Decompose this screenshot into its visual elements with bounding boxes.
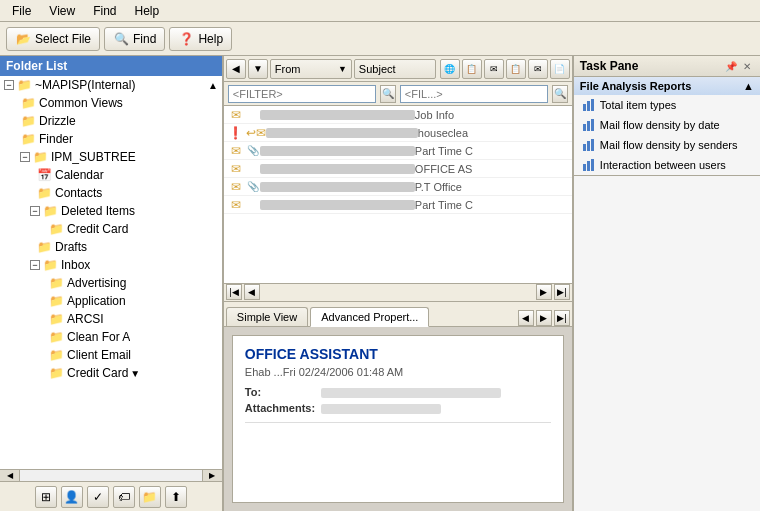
search-subject-button[interactable]: 🔍	[552, 85, 568, 103]
folder-label-advertising: Advertising	[67, 276, 126, 290]
person-button[interactable]: 👤	[61, 486, 83, 508]
grid-view-button[interactable]: ⊞	[35, 486, 57, 508]
tree-toggle-mapisp[interactable]: −	[4, 80, 14, 90]
main-layout: Folder List − 📁 ~MAPISP(Internal) ▲ 📁 Co…	[0, 56, 760, 511]
folder-item-drafts[interactable]: 📁 Drafts	[0, 238, 222, 256]
scroll-right-btn[interactable]: ▶	[202, 470, 222, 482]
email-row[interactable]: ✉ 📎 Part Time C	[224, 142, 572, 160]
menu-view[interactable]: View	[41, 2, 83, 20]
email-tool-pdf[interactable]: 📄	[550, 59, 570, 79]
nav-dropdown-button[interactable]: ▼	[248, 59, 268, 79]
email-from	[260, 146, 415, 156]
attachments-label: Attachments:	[245, 402, 315, 414]
email-row[interactable]: ✉ OFFICE AS	[224, 160, 572, 178]
task-item-total-types[interactable]: Total item types	[574, 95, 760, 115]
folder-label-clean: Clean For A	[67, 330, 130, 344]
email-nav-last[interactable]: ▶|	[554, 284, 570, 300]
folder-label-deleted: Deleted Items	[61, 204, 135, 218]
email-row[interactable]: ✉ 📎 P.T Office	[224, 178, 572, 196]
email-from	[266, 128, 418, 138]
folder-item-calendar[interactable]: 📅 Calendar	[0, 166, 222, 184]
column-header-from[interactable]: From ▼	[270, 59, 352, 79]
tab-nav-prev[interactable]: ◀	[518, 310, 534, 326]
tab-nav-next[interactable]: ▶	[536, 310, 552, 326]
email-nav-next[interactable]: ▶	[536, 284, 552, 300]
folder-item-creditcard-inbox[interactable]: 📁 Credit Card ▼	[0, 364, 222, 382]
to-value	[321, 388, 501, 398]
email-row[interactable]: ✉ Part Time C	[224, 196, 572, 214]
tab-simple-view[interactable]: Simple View	[226, 307, 308, 326]
email-subject: Part Time C	[415, 199, 570, 211]
check-button[interactable]: ✓	[87, 486, 109, 508]
search-from-button[interactable]: 🔍	[380, 85, 396, 103]
tree-toggle-ipm[interactable]: −	[20, 152, 30, 162]
email-tool-5[interactable]: ✉	[528, 59, 548, 79]
email-list[interactable]: ✉ Job Info ❗ ↩✉ houseclea ✉ 📎 Part Time …	[224, 106, 572, 283]
email-icon: ✉	[226, 198, 246, 212]
nav-back-button[interactable]: ◀	[226, 59, 246, 79]
svg-rect-8	[591, 139, 594, 151]
email-subject: P.T Office	[415, 181, 570, 193]
task-section-reports-header[interactable]: File Analysis Reports ▲	[574, 77, 760, 95]
folder-item-drizzle[interactable]: 📁 Drizzle	[0, 112, 222, 130]
folder-item-application[interactable]: 📁 Application	[0, 292, 222, 310]
email-nav-first[interactable]: |◀	[226, 284, 242, 300]
tree-toggle-inbox[interactable]: −	[30, 260, 40, 270]
folder-item-finder[interactable]: 📁 Finder	[0, 130, 222, 148]
folder-icon: 📁	[48, 329, 64, 345]
task-section-reports-label: File Analysis Reports	[580, 80, 691, 92]
task-pane-pin-button[interactable]: 📌	[724, 59, 738, 73]
folder-label-creditcard-deleted: Credit Card	[67, 222, 128, 236]
tab-bar: Simple View Advanced Propert... ◀ ▶ ▶|	[224, 301, 572, 327]
folder-item-deleted[interactable]: − 📁 Deleted Items	[0, 202, 222, 220]
email-from	[260, 200, 415, 210]
tab-advanced-properties[interactable]: Advanced Propert...	[310, 307, 429, 327]
folder-item-contacts[interactable]: 📁 Contacts	[0, 184, 222, 202]
email-tool-3[interactable]: ✉	[484, 59, 504, 79]
task-item-interaction[interactable]: Interaction between users	[574, 155, 760, 175]
email-row[interactable]: ❗ ↩✉ houseclea	[224, 124, 572, 142]
tab-nav-last[interactable]: ▶|	[554, 310, 570, 326]
scroll-left-btn[interactable]: ◀	[0, 470, 20, 482]
task-item-mail-density-date[interactable]: Mail flow density by date	[574, 115, 760, 135]
filter-from-input[interactable]	[228, 85, 376, 103]
chart-icon	[582, 98, 596, 112]
task-pane-close-button[interactable]: ✕	[740, 59, 754, 73]
move-up-button[interactable]: ⬆	[165, 486, 187, 508]
menu-find[interactable]: Find	[85, 2, 124, 20]
folder-item-client[interactable]: 📁 Client Email	[0, 346, 222, 364]
help-button[interactable]: ❓ Help	[169, 27, 232, 51]
email-tool-4[interactable]: 📋	[506, 59, 526, 79]
email-tool-2[interactable]: 📋	[462, 59, 482, 79]
folder-item-mapisp[interactable]: − 📁 ~MAPISP(Internal) ▲	[0, 76, 222, 94]
folder-label-calendar: Calendar	[55, 168, 104, 182]
select-file-button[interactable]: 📂 Select File	[6, 27, 100, 51]
folder-item-clean[interactable]: 📁 Clean For A	[0, 328, 222, 346]
filter-subject-input[interactable]	[400, 85, 548, 103]
folder-item-ipm[interactable]: − 📁 IPM_SUBTREE	[0, 148, 222, 166]
help-label: Help	[198, 32, 223, 46]
tree-toggle-deleted[interactable]: −	[30, 206, 40, 216]
find-button[interactable]: 🔍 Find	[104, 27, 165, 51]
menu-help[interactable]: Help	[126, 2, 167, 20]
preview-pane: OFFICE ASSISTANT Ehab ...Fri 02/24/2006 …	[232, 335, 564, 504]
folder-item-advertising[interactable]: 📁 Advertising	[0, 274, 222, 292]
tag-button[interactable]: 🏷	[113, 486, 135, 508]
folder-item-common-views[interactable]: 📁 Common Views	[0, 94, 222, 112]
calendar-icon: 📅	[36, 167, 52, 183]
sort-icon: ▼	[338, 64, 347, 74]
task-item-mail-density-senders[interactable]: Mail flow density by senders	[574, 135, 760, 155]
folder-item-creditcard-deleted[interactable]: 📁 Credit Card	[0, 220, 222, 238]
email-tool-1[interactable]: 🌐	[440, 59, 460, 79]
folder-item-inbox[interactable]: − 📁 Inbox	[0, 256, 222, 274]
folder-list[interactable]: − 📁 ~MAPISP(Internal) ▲ 📁 Common Views 📁…	[0, 76, 222, 469]
preview-from: Ehab ...Fri 02/24/2006 01:48 AM	[245, 366, 551, 378]
email-nav-prev[interactable]: ◀	[244, 284, 260, 300]
email-row[interactable]: ✉ Job Info	[224, 106, 572, 124]
column-header-subject[interactable]: Subject	[354, 59, 436, 79]
menu-file[interactable]: File	[4, 2, 39, 20]
folder-item-arcsi[interactable]: 📁 ARCSI	[0, 310, 222, 328]
folder-icon: 📁	[36, 239, 52, 255]
chart-senders-icon	[582, 138, 596, 152]
new-folder-button[interactable]: 📁	[139, 486, 161, 508]
